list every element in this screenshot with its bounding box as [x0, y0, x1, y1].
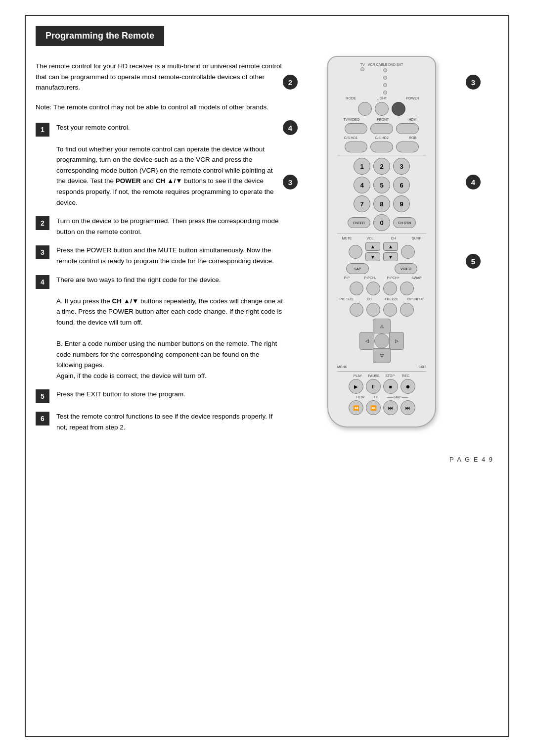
sap-button[interactable]: SAP — [346, 263, 369, 274]
skip-back-button[interactable]: ⏮ — [383, 400, 398, 415]
skip-label: ——SKIP—— — [387, 395, 408, 399]
ch-label: CH — [387, 236, 400, 240]
dpad-left-button[interactable]: ◁ — [359, 332, 374, 350]
step-num-3: 3 — [36, 245, 49, 259]
front-button[interactable] — [370, 123, 393, 134]
stop-label: STOP — [385, 374, 396, 378]
dpad-up-button[interactable]: △ — [373, 319, 391, 333]
callout-3-mid: 3 — [283, 175, 298, 189]
num5-button[interactable]: 5 — [373, 177, 390, 193]
num1-button[interactable]: 1 — [354, 158, 370, 175]
picsize-button[interactable] — [350, 303, 363, 317]
pipch-plus-button[interactable] — [383, 282, 397, 295]
play-button[interactable]: ▶ — [349, 379, 363, 394]
vol-ch-labels: MUTE VOL CH SURF — [333, 236, 430, 240]
cshd1-button[interactable] — [345, 142, 367, 152]
step-num-2: 2 — [36, 216, 49, 230]
tvvideo-front-hdmi-row — [333, 123, 430, 134]
mute-button[interactable] — [349, 245, 362, 259]
cc-button[interactable] — [366, 303, 380, 317]
dpad-down-button[interactable]: ▽ — [373, 348, 391, 363]
pipch-minus-button[interactable] — [366, 282, 380, 295]
freeze-button[interactable] — [383, 303, 397, 317]
num9-button[interactable]: 9 — [393, 195, 410, 212]
pause-button[interactable]: ⏸ — [366, 379, 381, 394]
num2-button[interactable]: 2 — [373, 158, 390, 175]
pause-label: PAUSE — [368, 374, 379, 378]
hdmi-button[interactable] — [396, 123, 419, 134]
intro-paragraph1: The remote control for your HD receiver … — [36, 61, 283, 93]
step-text-2: Turn on the device to be programmed. The… — [56, 216, 283, 237]
tvvideo-button[interactable] — [345, 123, 367, 134]
num3-button[interactable]: 3 — [393, 158, 410, 175]
cshd2-button[interactable] — [370, 142, 393, 152]
step-1: 1 Test your remote control. To find out … — [36, 122, 283, 208]
rec-label: REC — [400, 374, 411, 378]
cc-label: CC — [362, 297, 376, 301]
num4-button[interactable]: 4 — [354, 177, 370, 193]
vol-ch-row: ▲ ▼ ▲ ▼ — [333, 242, 430, 261]
step-num-6: 6 — [36, 412, 49, 425]
rgb-button[interactable] — [396, 142, 419, 152]
picsize-label: PIC SIZE — [340, 297, 354, 301]
vol-down-button[interactable]: ▼ — [365, 252, 380, 261]
hdmi-label: HDMI — [406, 118, 420, 121]
tv-indicator: TV — [360, 63, 365, 94]
content-area: The remote control for your HD receiver … — [26, 46, 508, 451]
dpad: △ ◁ ▷ ▽ — [359, 319, 404, 363]
pip-row — [333, 282, 430, 295]
cshd-rgb-row — [333, 142, 430, 152]
pipch-minus-label: PIPCH- — [363, 276, 377, 280]
ff-button[interactable]: ⏩ — [366, 400, 381, 415]
numpad-row4: ENTER 0 CH RTN — [333, 214, 430, 231]
menu-label: MENU — [337, 365, 348, 369]
callout-2-top: 2 — [283, 75, 298, 90]
cshd-rgb-labels: C/S HD1 C/S HD2 RGB — [333, 136, 430, 140]
left-column: The remote control for your HD receiver … — [36, 56, 283, 441]
vol-label: VOL — [363, 236, 377, 240]
transport-row2: ⏪ ⏩ ⏮ ⏭ — [333, 400, 430, 415]
enter-button[interactable]: ENTER — [348, 217, 370, 228]
chrtn-button[interactable]: CH RTN — [393, 217, 416, 228]
dpad-right-button[interactable]: ▷ — [389, 332, 404, 350]
vol-up-button[interactable]: ▲ — [365, 242, 380, 251]
num7-button[interactable]: 7 — [354, 195, 370, 212]
step-2: 2 Turn on the device to be programmed. T… — [36, 216, 283, 237]
stop-button[interactable]: ■ — [383, 379, 398, 394]
num8-button[interactable]: 8 — [373, 195, 390, 212]
mode-light-power-row — [333, 102, 430, 116]
callout-5-right: 5 — [466, 254, 481, 269]
sap-video-row: SAP VIDEO — [333, 263, 430, 274]
step-text-1: Test your remote control. To find out wh… — [56, 122, 283, 208]
page-title: Programming the Remote — [45, 31, 154, 41]
skip-forward-button[interactable]: ⏭ — [400, 400, 415, 415]
power-button[interactable] — [392, 102, 405, 116]
dpad-center-button[interactable] — [374, 333, 389, 348]
rew-label: REW — [355, 395, 366, 399]
cshd1-label: C/S HD1 — [344, 136, 357, 140]
video-button[interactable]: VIDEO — [395, 263, 417, 274]
page-number: P A G E 4 9 — [449, 456, 493, 463]
step-4: 4 There are two ways to find the right c… — [36, 275, 283, 381]
step-3: 3 Press the POWER button and the MUTE bu… — [36, 245, 283, 266]
step-num-4: 4 — [36, 275, 49, 289]
pic-freeze-labels: PIC SIZE CC FREEZE PIP INPUT — [333, 297, 430, 301]
step-num-5: 5 — [36, 389, 49, 403]
mode-button[interactable] — [358, 102, 372, 116]
swap-button[interactable] — [400, 282, 414, 295]
step-text-5: Press the EXIT button to store the progr… — [56, 389, 185, 400]
pip-button[interactable] — [350, 282, 363, 295]
pip-label: PIP — [340, 276, 354, 280]
remote-wrap: 2 3 4 3 4 5 TV — [293, 56, 471, 427]
pipinput-button[interactable] — [400, 303, 414, 317]
rec-button[interactable]: ⏺ — [400, 379, 415, 394]
mode-label: MODE — [344, 96, 357, 100]
surf-button[interactable] — [401, 245, 415, 259]
pip-labels: PIP PIPCH- PIPCH+ SWAP — [333, 276, 430, 280]
ch-up-button[interactable]: ▲ — [383, 242, 398, 251]
num0-button[interactable]: 0 — [373, 214, 390, 231]
light-button[interactable] — [375, 102, 389, 116]
rew-button[interactable]: ⏪ — [349, 400, 363, 415]
ch-down-button[interactable]: ▼ — [383, 252, 398, 261]
num6-button[interactable]: 6 — [393, 177, 410, 193]
